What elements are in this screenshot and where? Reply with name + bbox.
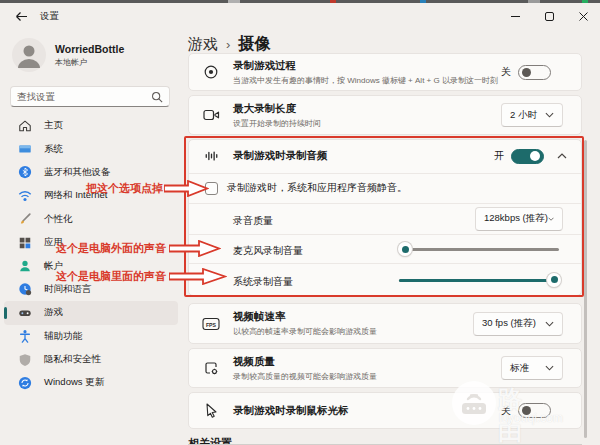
sidebar-item-label: 主页 — [44, 119, 63, 132]
user-account[interactable]: WorriedBottle 本地帐户 — [12, 38, 124, 72]
sidebar-item-label: 游戏 — [44, 306, 63, 319]
row-title: 录制游戏时录制鼠标光标 — [233, 404, 501, 418]
breadcrumb: 游戏 › 摄像 — [188, 34, 270, 55]
sidebar-item-accessibility[interactable]: 辅助功能 — [4, 325, 178, 348]
dropdown-value: 2 小时 — [510, 109, 537, 122]
user-account-type: 本地帐户 — [55, 57, 124, 68]
row-title: 最大录制长度 — [233, 102, 501, 116]
chevron-up-icon[interactable] — [557, 153, 567, 159]
accessibility-icon — [18, 329, 32, 343]
accounts-icon — [18, 259, 32, 273]
row-subtitle: 以较高的帧速率录制可能会影响游戏质量 — [233, 326, 473, 337]
sidebar-item-system[interactable]: 系统 — [4, 137, 178, 160]
titlebar: 设置 — [0, 3, 600, 30]
row-subtitle: 设置开始录制的持续时间 — [233, 118, 501, 129]
gaming-icon — [18, 306, 32, 320]
sidebar-item-privacy[interactable]: 隐私和安全性 — [4, 348, 178, 371]
sidebar-item-label: 隐私和安全性 — [44, 353, 101, 366]
chevron-down-icon — [545, 112, 554, 118]
max-length-dropdown[interactable]: 2 小时 — [501, 103, 563, 127]
annotation-arrow-1 — [164, 180, 209, 197]
scrollbar[interactable] — [584, 140, 587, 438]
sidebar-item-label: 辅助功能 — [44, 330, 82, 343]
group-record-audio: 录制游戏时录制音频 开 录制游戏时，系统和应用程序音频静音。 录音质量 128k… — [188, 139, 582, 296]
privacy-icon — [18, 353, 32, 367]
minimize-icon — [511, 12, 520, 21]
system-volume-slider[interactable] — [399, 273, 559, 287]
audio-quality-dropdown[interactable]: 128kbps (推荐) — [475, 207, 563, 231]
sidebar-item-label: Windows 更新 — [44, 376, 104, 389]
slider-thumb[interactable] — [398, 242, 412, 256]
page-title: 摄像 — [238, 34, 270, 55]
row-record-audio-header: 录制游戏时录制音频 开 — [189, 140, 581, 173]
row-audio-quality: 录音质量 128kbps (推荐) — [189, 203, 581, 234]
system-icon — [18, 142, 32, 156]
row-label: 系统录制音量 — [233, 276, 293, 287]
sidebar-item-gaming[interactable]: 游戏 — [4, 301, 178, 324]
toggle-state-label: 关 — [501, 65, 511, 79]
row-title: 视频帧速率 — [233, 310, 473, 324]
chevron-down-icon — [545, 321, 554, 327]
time-language-icon — [18, 282, 32, 296]
dropdown-value: 标准 — [510, 362, 529, 375]
sidebar-item-home[interactable]: 主页 — [4, 114, 178, 137]
bluetooth-icon — [18, 165, 32, 179]
audio-waveform-icon — [189, 149, 233, 163]
toggle-state-label: 开 — [494, 149, 504, 163]
fps-icon: FPS — [189, 317, 233, 331]
cursor-icon — [189, 403, 233, 418]
svg-text:FPS: FPS — [206, 321, 217, 327]
row-subtitle: 录制较高质量的视频可能会影响游戏质量 — [233, 371, 501, 382]
user-name: WorriedBottle — [55, 43, 124, 55]
video-camera-icon — [189, 108, 233, 122]
row-max-recording-length: 最大录制长度 设置开始录制的持续时间 2 小时 — [188, 95, 582, 135]
sidebar: WorriedBottle 本地帐户 主页 系统 蓝牙和其他设备 — [0, 30, 182, 445]
record-icon — [189, 64, 233, 80]
row-mic-volume: 麦克风录制音量 — [189, 234, 581, 264]
sidebar-item-label: 时间和语言 — [44, 283, 92, 296]
back-button[interactable] — [12, 8, 30, 26]
record-audio-toggle[interactable] — [511, 149, 544, 164]
sidebar-item-personalization[interactable]: 个性化 — [4, 208, 178, 231]
record-gameplay-toggle[interactable] — [518, 65, 551, 80]
record-cursor-toggle[interactable] — [518, 403, 551, 418]
annotation-arrow-3 — [169, 268, 227, 285]
avatar — [12, 38, 46, 72]
row-mute-checkbox: 录制游戏时，系统和应用程序音频静音。 — [189, 173, 581, 204]
chevron-down-icon — [548, 216, 554, 222]
search-box[interactable] — [10, 86, 170, 107]
maximize-icon — [545, 12, 554, 21]
close-button[interactable] — [566, 3, 600, 30]
dropdown-value: 128kbps (推荐) — [484, 212, 548, 225]
maximize-button[interactable] — [532, 3, 566, 30]
annotation-note-1: 把这个选项点掉 — [86, 181, 163, 196]
search-icon — [151, 91, 163, 103]
window-title: 设置 — [40, 10, 59, 23]
close-icon — [579, 12, 588, 21]
minimize-button[interactable] — [498, 3, 532, 30]
toggle-state-label: 关 — [501, 404, 511, 418]
sidebar-item-label: 系统 — [44, 143, 63, 156]
network-icon — [18, 189, 32, 203]
row-video-quality: 视频质量 录制较高质量的视频可能会影响游戏质量 标准 — [188, 348, 582, 388]
breadcrumb-separator: › — [226, 37, 230, 52]
framerate-dropdown[interactable]: 30 fps (推荐) — [473, 312, 563, 336]
search-input[interactable] — [17, 91, 151, 102]
windows-update-icon — [18, 376, 32, 390]
group-title: 录制游戏时录制音频 — [233, 149, 494, 163]
annotation-note-2: 这个是电脑外面的声音 — [56, 241, 166, 256]
sidebar-item-label: 蓝牙和其他设备 — [44, 166, 111, 179]
annotation-note-3: 这个是电脑里面的声音 — [56, 269, 166, 284]
row-label: 麦克风录制音量 — [233, 245, 303, 256]
sidebar-item-label: 个性化 — [44, 213, 73, 226]
video-quality-dropdown[interactable]: 标准 — [501, 356, 563, 380]
sidebar-item-windows-update[interactable]: Windows 更新 — [4, 371, 178, 394]
mic-volume-slider[interactable] — [399, 242, 559, 256]
slider-thumb[interactable] — [547, 273, 561, 287]
annotation-arrow-2 — [169, 240, 221, 257]
apps-icon — [18, 236, 32, 250]
row-title: 录制游戏过程 — [233, 59, 501, 73]
row-record-gameplay: 录制游戏过程 当游戏中发生有趣的事情时，按 Windows 徽标键 + Alt … — [188, 53, 582, 91]
row-title: 视频质量 — [233, 355, 501, 369]
breadcrumb-parent[interactable]: 游戏 — [188, 35, 218, 54]
